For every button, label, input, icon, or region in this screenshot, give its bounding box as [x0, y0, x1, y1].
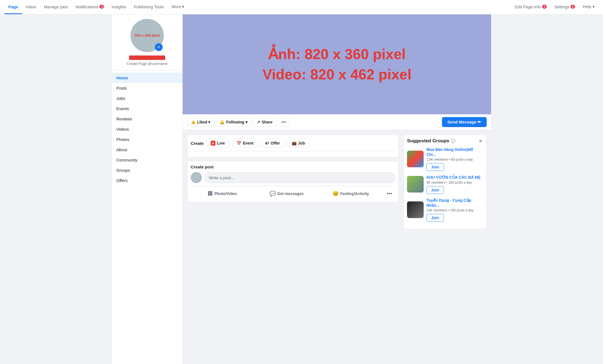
more-post-actions-button[interactable]: •••: [383, 189, 395, 199]
following-label: Following ▾: [226, 120, 247, 124]
message-icon: 💬: [270, 191, 276, 197]
nav-item-page[interactable]: Page: [4, 0, 22, 14]
liked-button[interactable]: 👍 Liked ▾: [187, 118, 214, 127]
nav-badge-edit-page-info: 4: [542, 5, 547, 9]
join-button[interactable]: Join: [426, 214, 444, 222]
job-label: Job: [298, 141, 305, 145]
offer-label: Offer: [271, 141, 280, 145]
user-avatar: [191, 172, 202, 183]
share-icon: ↗: [257, 120, 260, 124]
action-bar: 👍 Liked ▾ 🔔 Following ▾ ↗ Share ••• Send…: [183, 114, 491, 130]
nav-item-manage-jobs[interactable]: Manage jobs: [40, 0, 72, 14]
nav-item-inbox[interactable]: Inbox: [22, 0, 40, 14]
share-button[interactable]: ↗ Share: [253, 118, 276, 127]
liked-label: Liked ▾: [197, 120, 210, 124]
nav-item-more[interactable]: More ▾: [168, 0, 188, 14]
create-post-card: Create post Write a post... 🖼 Photo/Vide…: [187, 161, 399, 203]
add-photo-button[interactable]: +: [155, 43, 163, 51]
cover-line2: Video: 820 x 462 pixel: [262, 64, 411, 85]
join-button[interactable]: Join: [426, 163, 444, 171]
more-options-button[interactable]: •••: [278, 117, 289, 127]
join-button[interactable]: Join: [426, 186, 444, 194]
cover-photo: Ảnh: 820 x 360 pixel Video: 820 x 462 pi…: [183, 14, 491, 114]
feeling-icon: 😊: [333, 191, 339, 197]
nav-item-edit-page-info[interactable]: Edit Page Info4: [511, 0, 550, 14]
send-message-button[interactable]: Send Message ✏: [442, 117, 487, 127]
get-messages-button[interactable]: 💬 Get messages: [255, 188, 318, 199]
sidebar-item-posts[interactable]: Posts: [112, 83, 182, 93]
sidebar-item-groups[interactable]: Groups: [112, 165, 182, 175]
sidebar: 344 x 344 pixel + Create Page @username …: [112, 14, 183, 364]
create-toolbar: Create ● Live 📅 Event 🏷 Offer: [191, 138, 395, 151]
page-name-bar: [129, 55, 165, 60]
write-post-input[interactable]: Write a post...: [205, 172, 395, 183]
create-label: Create: [191, 141, 204, 146]
get-messages-label: Get messages: [277, 191, 304, 196]
feeling-activity-button[interactable]: 😊 Feeling/Activity: [319, 188, 382, 199]
group-item: KHU VƯỜN CỦA CÁC BÀ MẸ9K members • 150 p…: [407, 175, 483, 194]
nav-item-settings[interactable]: Settings4: [551, 0, 579, 14]
photo-icon: 🖼: [208, 191, 213, 197]
nav-badge-notifications: 4: [99, 5, 104, 9]
page-container: 344 x 344 pixel + Create Page @username …: [112, 14, 491, 364]
event-button[interactable]: 📅 Event: [232, 138, 258, 148]
feeling-label: Feeling/Activity: [340, 191, 369, 196]
nav-badge-settings: 4: [571, 5, 575, 9]
live-button[interactable]: ● Live: [206, 138, 230, 148]
job-icon: 💼: [292, 141, 297, 145]
right-col: Suggested Groups i ✕ Mua Bán Hàng Online…: [403, 135, 487, 229]
sidebar-item-videos[interactable]: Videos: [112, 124, 182, 134]
group-info: KHU VƯỜN CỦA CÁC BÀ MẸ9K members • 150 p…: [426, 175, 483, 194]
groups-list: Mua Bán Hàng Online(Hồ Chí...1.8K member…: [407, 147, 483, 222]
sidebar-item-home[interactable]: Home: [112, 73, 182, 83]
group-image: [407, 201, 424, 218]
cover-line1: Ảnh: 820 x 360 pixel: [262, 44, 411, 64]
suggested-groups-title: Suggested Groups: [407, 138, 449, 144]
nav-item-publishing-tools[interactable]: Publishing Tools: [130, 0, 168, 14]
sidebar-nav: HomePostsJobsEventsReviewsVideosPhotosAb…: [112, 73, 182, 186]
card-header: Suggested Groups i: [407, 138, 483, 144]
sidebar-item-events[interactable]: Events: [112, 103, 182, 114]
profile-section: 344 x 344 pixel + Create Page @username: [112, 19, 182, 70]
sidebar-item-community[interactable]: Community: [112, 155, 182, 165]
nav-left: PageInboxManage jobsNotifications4Insigh…: [4, 0, 188, 14]
event-label: Event: [243, 141, 253, 145]
nav-item-notifications[interactable]: Notifications4: [72, 0, 108, 14]
create-post-title: Create post: [191, 165, 395, 169]
like-icon: 👍: [191, 120, 195, 124]
offer-icon: 🏷: [265, 141, 269, 145]
photo-video-button[interactable]: 🖼 Photo/Video: [191, 189, 254, 199]
nav-item-insights[interactable]: Insights: [108, 0, 130, 14]
share-label: Share: [262, 120, 273, 124]
info-icon[interactable]: i: [451, 139, 455, 143]
cover-text: Ảnh: 820 x 360 pixel Video: 820 x 462 pi…: [262, 44, 411, 85]
create-toolbar-card: Create ● Live 📅 Event 🏷 Offer: [187, 135, 399, 158]
sidebar-item-reviews[interactable]: Reviews: [112, 114, 182, 124]
offer-button[interactable]: 🏷 Offer: [260, 138, 285, 148]
suggested-groups-card: Suggested Groups i ✕ Mua Bán Hàng Online…: [403, 135, 487, 229]
group-meta: 9K members • 150 posts a day: [426, 181, 483, 184]
job-button[interactable]: 💼 Job: [287, 138, 310, 148]
following-button[interactable]: 🔔 Following ▾: [216, 118, 251, 127]
group-info: Tuyển Dụng - Cung Cấp Nhân...13K members…: [426, 198, 483, 222]
photo-video-label: Photo/Video: [214, 191, 237, 196]
sidebar-item-photos[interactable]: Photos: [112, 134, 182, 145]
group-name[interactable]: Mua Bán Hàng Online(Hồ Chí...: [426, 147, 483, 157]
content-area: Create ● Live 📅 Event 🏷 Offer: [183, 130, 491, 234]
write-post-section: Write a post...: [191, 172, 395, 183]
nav-item-help[interactable]: Help ▾: [579, 0, 599, 14]
following-icon: 🔔: [220, 120, 224, 124]
group-item: Tuyển Dụng - Cung Cấp Nhân...13K members…: [407, 198, 483, 222]
post-actions: 🖼 Photo/Video 💬 Get messages 😊 Feeling/A…: [191, 186, 395, 199]
sidebar-item-about[interactable]: About: [112, 145, 182, 155]
group-image: [407, 151, 424, 167]
group-name[interactable]: Tuyển Dụng - Cung Cấp Nhân...: [426, 198, 483, 208]
close-button[interactable]: ✕: [477, 138, 484, 144]
live-label: Live: [217, 141, 225, 145]
sidebar-item-offers[interactable]: Offers: [112, 175, 182, 186]
sidebar-item-jobs[interactable]: Jobs: [112, 93, 182, 103]
event-icon: 📅: [237, 141, 241, 145]
live-icon: ●: [211, 141, 215, 146]
top-nav: PageInboxManage jobsNotifications4Insigh…: [0, 0, 603, 14]
group-name[interactable]: KHU VƯỜN CỦA CÁC BÀ MẸ: [426, 175, 483, 180]
